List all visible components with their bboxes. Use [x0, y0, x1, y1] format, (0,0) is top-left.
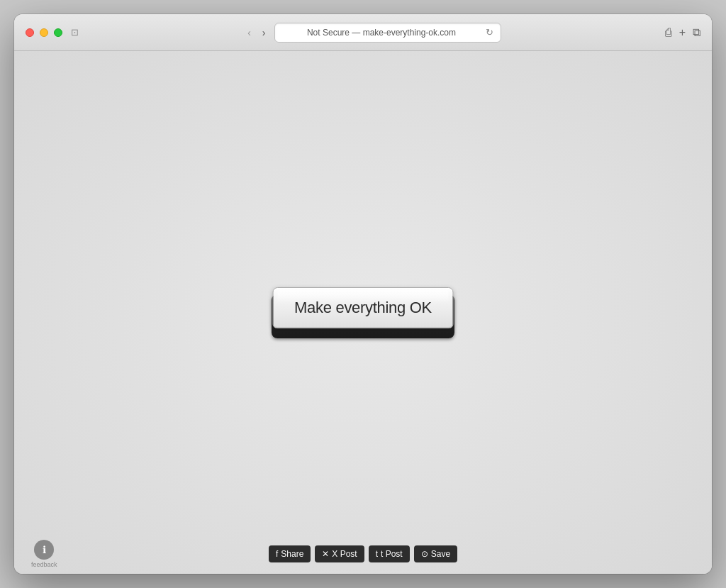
toolbar-right: ⎙ + ⧉ [665, 26, 700, 39]
sidebar-toggle-icon[interactable]: ⊡ [68, 27, 81, 38]
make-everything-ok-button[interactable]: Make everything OK [269, 287, 457, 338]
maximize-button[interactable] [54, 28, 62, 37]
facebook-share-button[interactable]: f Share [269, 545, 311, 562]
page-content: Make everything OK ℹ feedback f Share ✕ … [14, 51, 712, 574]
save-label: Save [431, 549, 450, 559]
key-label: Make everything OK [294, 299, 432, 317]
keyboard-key[interactable]: Make everything OK [269, 287, 457, 338]
x-post-label: X Post [332, 549, 357, 559]
x-icon: ✕ [322, 549, 329, 559]
minimize-button[interactable] [40, 28, 48, 37]
new-tab-button[interactable]: + [679, 26, 686, 39]
tumblr-icon: t [376, 549, 378, 559]
feedback-label: feedback [31, 561, 57, 568]
feedback-icon: ℹ [34, 540, 54, 560]
feedback-button[interactable]: ℹ feedback [31, 540, 57, 568]
reload-icon[interactable]: ↻ [486, 27, 493, 38]
forward-button[interactable]: › [259, 26, 269, 40]
traffic-lights [26, 28, 62, 37]
title-bar: ⊡ ‹ › Not Secure — make-everything-ok.co… [14, 14, 712, 51]
save-button[interactable]: ⊙ Save [414, 545, 457, 562]
share-label: Share [281, 549, 303, 559]
back-button[interactable]: ‹ [245, 26, 254, 40]
save-icon: ⊙ [421, 549, 428, 559]
tabs-button[interactable]: ⧉ [693, 26, 700, 39]
url-text: Not Secure — make-everything-ok.com [282, 28, 481, 38]
close-button[interactable] [26, 28, 34, 37]
x-post-button[interactable]: ✕ X Post [315, 545, 364, 562]
browser-window: ⊡ ‹ › Not Secure — make-everything-ok.co… [14, 14, 712, 574]
facebook-icon: f [276, 549, 278, 559]
share-toolbar-button[interactable]: ⎙ [665, 26, 672, 39]
bottom-bar: ℹ feedback f Share ✕ X Post t t Post ⊙ S… [14, 545, 712, 562]
tumblr-post-button[interactable]: t t Post [369, 545, 410, 562]
address-bar[interactable]: Not Secure — make-everything-ok.com ↻ [274, 23, 501, 43]
address-bar-container: ‹ › Not Secure — make-everything-ok.com … [81, 23, 665, 43]
window-controls: ⊡ [68, 27, 81, 38]
t-post-label: t Post [381, 549, 403, 559]
key-top: Make everything OK [273, 287, 454, 328]
